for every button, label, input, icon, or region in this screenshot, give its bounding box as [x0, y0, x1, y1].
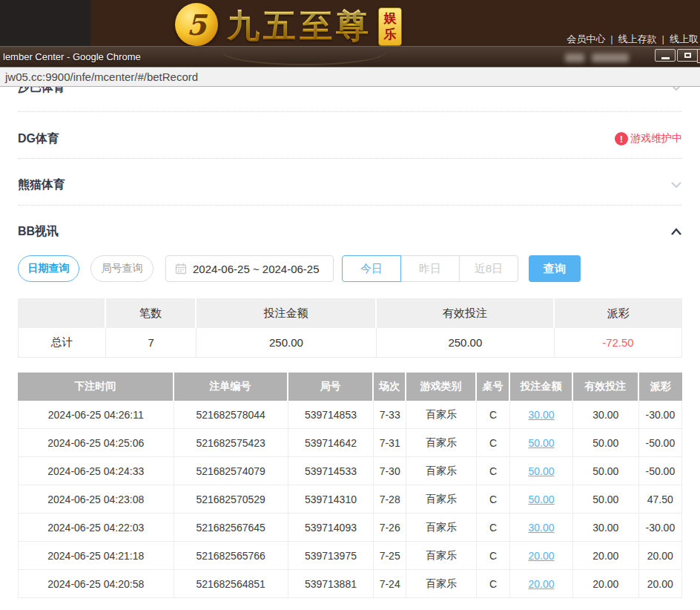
bet-amount-link[interactable]: 50.00: [528, 437, 554, 449]
filter-row: 日期查询 局号查询 2024-06-25 ~ 2024-06-25 今日 昨日 …: [18, 255, 682, 282]
section-title: 熊猫体育: [18, 177, 65, 193]
bet-cell: 47.50: [639, 485, 682, 514]
section-divider: [18, 158, 682, 159]
section-row-panda[interactable]: 熊猫体育: [18, 174, 682, 196]
redacted-user-info: [565, 53, 584, 62]
table-row: 2024-06-25 04:21:18521682565766539713975…: [18, 542, 682, 570]
url-text: jw05.cc:9900/infe/mcenter/#/betRecord: [5, 70, 198, 83]
bet-amount-link[interactable]: 20.00: [528, 578, 554, 590]
summary-table: 笔数 投注金额 有效投注 派彩 总计 7 250.00 250.00 -72.5…: [18, 298, 682, 358]
table-row: 2024-06-25 04:23:08521682570529539714310…: [18, 485, 682, 514]
nav-link[interactable]: 会员中心: [567, 33, 605, 45]
search-button[interactable]: 查询: [529, 255, 581, 282]
minimize-button[interactable]: [655, 49, 676, 62]
section-title: BB视讯: [18, 224, 59, 240]
bet-amount-link[interactable]: 50.00: [528, 465, 554, 477]
date-query-tab[interactable]: 日期查询: [18, 255, 79, 282]
logo-coin-icon: 5: [175, 3, 218, 46]
window-title: lember Center - Google Chrome: [3, 51, 141, 62]
bet-cell: -50.00: [639, 429, 682, 457]
badge-char: 娱: [384, 10, 397, 27]
bet-cell: 2024-06-25 04:21:18: [18, 542, 174, 570]
table-row: 2024-06-25 04:26:11521682578044539714853…: [18, 401, 682, 429]
bet-amount-cell: 30.00: [510, 514, 573, 542]
bet-cell: 521682567645: [174, 514, 288, 542]
bet-cell: 20.00: [573, 542, 639, 570]
bet-cell: 7-31: [374, 429, 406, 457]
bet-cell: 20.00: [573, 570, 639, 598]
bet-cell: 7-24: [374, 570, 406, 598]
maximize-button[interactable]: [677, 49, 698, 62]
bet-cell: -30.00: [639, 401, 682, 429]
bet-cell: 百家乐: [406, 542, 477, 570]
bet-table-header-row: 下注时间注单编号局号场次游戏类别桌号投注金额有效投注派彩: [18, 373, 682, 401]
url-bar[interactable]: jw05.cc:9900/infe/mcenter/#/betRecord: [0, 67, 700, 87]
last8days-button[interactable]: 近8日: [459, 255, 518, 282]
maintenance-badge: ! 游戏维护中: [615, 132, 682, 145]
bet-cell: 2024-06-25 04:26:11: [18, 401, 174, 429]
section-row-bb[interactable]: BB视讯: [18, 220, 682, 243]
badge-char: 乐: [384, 27, 397, 43]
bet-amount-cell: 20.00: [510, 542, 573, 570]
bet-cell: 521682575423: [174, 429, 288, 457]
summary-header-cell: 笔数: [106, 298, 197, 328]
bet-cell: 百家乐: [406, 429, 477, 457]
chevron-up-icon: [670, 228, 682, 236]
bet-cell: C: [477, 514, 510, 542]
bet-cell: 20.00: [639, 570, 682, 598]
table-row: 2024-06-25 04:22:03521682567645539714093…: [18, 514, 682, 542]
exclamation-icon: !: [615, 132, 628, 145]
bet-cell: -50.00: [639, 457, 682, 485]
bet-cell: C: [477, 457, 510, 485]
bet-cell: 521682574079: [174, 457, 288, 485]
bet-cell: 521682570529: [174, 485, 288, 514]
bet-amount-link[interactable]: 50.00: [528, 493, 554, 505]
minimize-icon: [661, 57, 670, 59]
section-row-dg[interactable]: DG体育 ! 游戏维护中: [18, 128, 682, 150]
bet-table-header-cell: 下注时间: [18, 373, 174, 401]
bet-cell: 539713881: [288, 570, 374, 598]
bet-cell: 7-30: [374, 457, 406, 485]
bet-cell: 30.00: [573, 401, 639, 429]
bet-cell: 7-25: [374, 542, 406, 570]
bet-amount-link[interactable]: 30.00: [528, 409, 554, 421]
bet-cell: 539714093: [288, 514, 374, 542]
nav-link[interactable]: 线上存款: [618, 33, 657, 45]
bet-cell: 百家乐: [406, 485, 477, 514]
bet-cell: 521682578044: [174, 401, 288, 429]
bet-cell: -30.00: [639, 514, 682, 542]
bet-table-header-cell: 游戏类别: [406, 373, 477, 401]
bet-cell: 2024-06-25 04:25:06: [18, 429, 174, 457]
bet-cell: 50.00: [573, 457, 639, 485]
bet-cell: 521682565766: [174, 542, 288, 570]
bet-cell: 7-28: [374, 485, 406, 514]
round-query-tab[interactable]: 局号查询: [90, 255, 153, 282]
today-button[interactable]: 今日: [342, 255, 401, 282]
bet-table-body: 2024-06-25 04:26:11521682578044539714853…: [18, 401, 682, 598]
bet-table-header-cell: 投注金额: [510, 373, 573, 401]
bet-cell: 539714642: [288, 429, 374, 457]
yesterday-button[interactable]: 昨日: [400, 255, 460, 282]
nav-separator: |: [610, 33, 612, 45]
nav-link[interactable]: 线上取: [670, 33, 699, 45]
summary-header-cell: 派彩: [555, 298, 682, 328]
page: 5 九五至尊 娱 乐 会员中心|线上存款|线上取 lember Center -…: [0, 0, 700, 610]
bet-cell: 30.00: [573, 514, 639, 542]
bet-cell: C: [477, 429, 510, 457]
section-divider: [18, 205, 682, 206]
bet-cell: 百家乐: [406, 570, 477, 598]
bet-cell: 20.00: [639, 542, 682, 570]
redacted-user-info: [592, 53, 629, 62]
bet-amount-link[interactable]: 20.00: [528, 550, 554, 562]
bet-amount-cell: 30.00: [510, 401, 573, 429]
bet-cell: 2024-06-25 04:23:08: [18, 485, 174, 514]
table-row: 2024-06-25 04:24:33521682574079539714533…: [18, 457, 682, 485]
bet-amount-link[interactable]: 30.00: [528, 522, 554, 534]
maximize-icon: [684, 53, 691, 58]
browser-title-bar[interactable]: lember Center - Google Chrome: [0, 46, 700, 67]
close-button[interactable]: [697, 49, 700, 63]
bet-amount-cell: 50.00: [510, 429, 573, 457]
bet-cell: 2024-06-25 04:24:33: [18, 457, 174, 485]
date-range-input[interactable]: 2024-06-25 ~ 2024-06-25: [165, 255, 334, 282]
bet-cell: 7-26: [374, 514, 406, 542]
